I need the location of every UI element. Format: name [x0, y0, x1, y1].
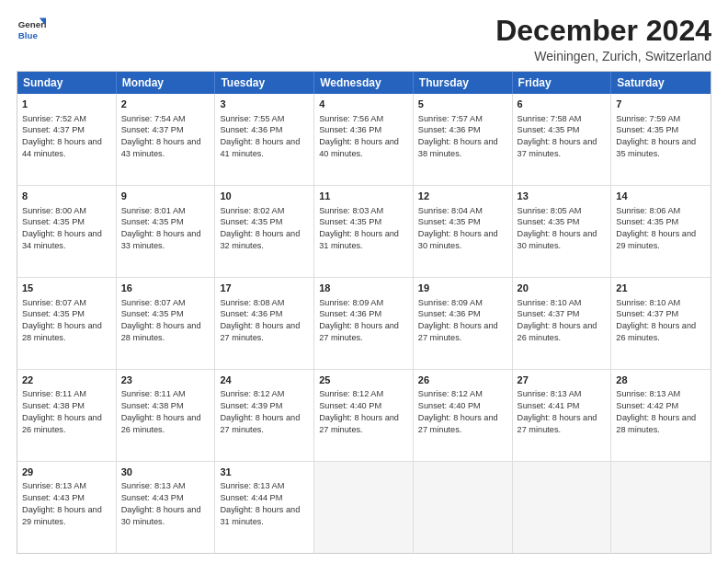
day-number: 10	[220, 190, 309, 203]
day-info: Sunrise: 8:12 AM Sunset: 4:40 PM Dayligh…	[319, 389, 399, 434]
day-info: Sunrise: 8:10 AM Sunset: 4:37 PM Dayligh…	[518, 298, 597, 343]
day-number: 13	[518, 190, 607, 203]
day-info: Sunrise: 8:12 AM Sunset: 4:40 PM Dayligh…	[418, 389, 498, 434]
calendar-header-day: Monday	[117, 72, 216, 94]
day-number: 22	[22, 373, 111, 387]
day-info: Sunrise: 7:59 AM Sunset: 4:35 PM Dayligh…	[616, 114, 696, 159]
day-info: Sunrise: 7:56 AM Sunset: 4:36 PM Dayligh…	[319, 114, 399, 159]
day-info: Sunrise: 8:02 AM Sunset: 4:35 PM Dayligh…	[220, 206, 300, 251]
day-number: 9	[121, 190, 210, 203]
day-info: Sunrise: 8:03 AM Sunset: 4:35 PM Dayligh…	[319, 206, 399, 251]
day-info: Sunrise: 7:58 AM Sunset: 4:35 PM Dayligh…	[518, 114, 597, 159]
day-info: Sunrise: 7:55 AM Sunset: 4:36 PM Dayligh…	[220, 114, 300, 159]
calendar-header-day: Sunday	[17, 72, 117, 94]
day-number: 5	[418, 98, 507, 111]
day-number: 7	[616, 98, 706, 111]
svg-text:Blue: Blue	[18, 30, 39, 40]
calendar-row: 29Sunrise: 8:13 AM Sunset: 4:43 PM Dayli…	[17, 462, 711, 553]
calendar-cell: 11Sunrise: 8:03 AM Sunset: 4:35 PM Dayli…	[314, 186, 414, 277]
day-info: Sunrise: 8:11 AM Sunset: 4:38 PM Dayligh…	[22, 389, 102, 434]
day-number: 27	[518, 373, 607, 387]
day-info: Sunrise: 8:10 AM Sunset: 4:37 PM Dayligh…	[616, 298, 696, 343]
calendar-cell: 4Sunrise: 7:56 AM Sunset: 4:36 PM Daylig…	[314, 94, 414, 185]
calendar-cell: 31Sunrise: 8:13 AM Sunset: 4:44 PM Dayli…	[215, 462, 314, 553]
calendar-cell: 21Sunrise: 8:10 AM Sunset: 4:37 PM Dayli…	[611, 278, 711, 369]
calendar-cell: 30Sunrise: 8:13 AM Sunset: 4:43 PM Dayli…	[117, 462, 216, 553]
calendar-cell: 19Sunrise: 8:09 AM Sunset: 4:36 PM Dayli…	[414, 278, 513, 369]
day-info: Sunrise: 8:07 AM Sunset: 4:35 PM Dayligh…	[121, 298, 201, 343]
day-number: 24	[220, 373, 309, 387]
calendar-header: SundayMondayTuesdayWednesdayThursdayFrid…	[17, 72, 711, 94]
day-info: Sunrise: 8:08 AM Sunset: 4:36 PM Dayligh…	[220, 298, 300, 343]
day-info: Sunrise: 8:13 AM Sunset: 4:43 PM Dayligh…	[121, 481, 201, 526]
day-number: 18	[319, 282, 408, 295]
calendar-cell: 22Sunrise: 8:11 AM Sunset: 4:38 PM Dayli…	[17, 370, 117, 461]
day-info: Sunrise: 7:57 AM Sunset: 4:36 PM Dayligh…	[418, 114, 498, 159]
calendar-cell: 8Sunrise: 8:00 AM Sunset: 4:35 PM Daylig…	[17, 186, 117, 277]
day-number: 28	[616, 373, 706, 387]
day-number: 2	[121, 98, 210, 111]
calendar-row: 8Sunrise: 8:00 AM Sunset: 4:35 PM Daylig…	[17, 186, 711, 278]
day-number: 25	[319, 373, 408, 387]
day-info: Sunrise: 8:12 AM Sunset: 4:39 PM Dayligh…	[220, 389, 300, 434]
calendar-cell: 26Sunrise: 8:12 AM Sunset: 4:40 PM Dayli…	[414, 370, 513, 461]
day-number: 12	[418, 190, 507, 203]
logo-icon: General Blue	[17, 15, 46, 44]
day-number: 14	[616, 190, 706, 203]
day-number: 15	[22, 282, 111, 295]
day-info: Sunrise: 8:00 AM Sunset: 4:35 PM Dayligh…	[22, 206, 102, 251]
calendar-header-day: Saturday	[611, 72, 711, 94]
day-info: Sunrise: 8:11 AM Sunset: 4:38 PM Dayligh…	[121, 389, 201, 434]
calendar-header-day: Thursday	[414, 72, 513, 94]
day-number: 30	[121, 465, 210, 479]
calendar-cell	[513, 462, 612, 553]
day-number: 19	[418, 282, 507, 295]
calendar-cell: 23Sunrise: 8:11 AM Sunset: 4:38 PM Dayli…	[117, 370, 216, 461]
calendar-row: 22Sunrise: 8:11 AM Sunset: 4:38 PM Dayli…	[17, 370, 711, 462]
day-number: 21	[616, 282, 706, 295]
calendar-cell	[611, 462, 711, 553]
day-info: Sunrise: 8:05 AM Sunset: 4:35 PM Dayligh…	[518, 206, 597, 251]
logo: General Blue	[17, 15, 46, 44]
calendar-cell: 7Sunrise: 7:59 AM Sunset: 4:35 PM Daylig…	[611, 94, 711, 185]
calendar-cell: 5Sunrise: 7:57 AM Sunset: 4:36 PM Daylig…	[414, 94, 513, 185]
day-number: 1	[22, 98, 111, 111]
calendar-cell	[414, 462, 513, 553]
calendar-cell: 9Sunrise: 8:01 AM Sunset: 4:35 PM Daylig…	[117, 186, 216, 277]
day-number: 17	[220, 282, 309, 295]
calendar-cell: 6Sunrise: 7:58 AM Sunset: 4:35 PM Daylig…	[513, 94, 612, 185]
calendar-header-day: Friday	[513, 72, 612, 94]
calendar-header-day: Tuesday	[215, 72, 314, 94]
calendar-header-day: Wednesday	[314, 72, 414, 94]
day-number: 8	[22, 190, 111, 203]
calendar-body: 1Sunrise: 7:52 AM Sunset: 4:37 PM Daylig…	[17, 94, 711, 553]
calendar-row: 15Sunrise: 8:07 AM Sunset: 4:35 PM Dayli…	[17, 278, 711, 370]
calendar-cell: 2Sunrise: 7:54 AM Sunset: 4:37 PM Daylig…	[117, 94, 216, 185]
day-info: Sunrise: 7:52 AM Sunset: 4:37 PM Dayligh…	[22, 114, 102, 159]
main-title: December 2024	[495, 15, 711, 47]
day-number: 31	[220, 465, 309, 479]
calendar: SundayMondayTuesdayWednesdayThursdayFrid…	[17, 71, 711, 554]
calendar-cell: 24Sunrise: 8:12 AM Sunset: 4:39 PM Dayli…	[215, 370, 314, 461]
day-info: Sunrise: 8:13 AM Sunset: 4:43 PM Dayligh…	[22, 481, 102, 526]
calendar-cell: 16Sunrise: 8:07 AM Sunset: 4:35 PM Dayli…	[117, 278, 216, 369]
day-number: 16	[121, 282, 210, 295]
day-info: Sunrise: 8:09 AM Sunset: 4:36 PM Dayligh…	[319, 298, 399, 343]
day-info: Sunrise: 8:13 AM Sunset: 4:42 PM Dayligh…	[616, 389, 696, 434]
day-info: Sunrise: 7:54 AM Sunset: 4:37 PM Dayligh…	[121, 114, 201, 159]
calendar-cell: 1Sunrise: 7:52 AM Sunset: 4:37 PM Daylig…	[17, 94, 117, 185]
svg-text:General: General	[18, 19, 46, 29]
day-info: Sunrise: 8:09 AM Sunset: 4:36 PM Dayligh…	[418, 298, 498, 343]
calendar-cell: 13Sunrise: 8:05 AM Sunset: 4:35 PM Dayli…	[513, 186, 612, 277]
day-number: 3	[220, 98, 309, 111]
calendar-cell: 3Sunrise: 7:55 AM Sunset: 4:36 PM Daylig…	[215, 94, 314, 185]
day-info: Sunrise: 8:13 AM Sunset: 4:41 PM Dayligh…	[518, 389, 597, 434]
day-number: 29	[22, 465, 111, 479]
calendar-row: 1Sunrise: 7:52 AM Sunset: 4:37 PM Daylig…	[17, 94, 711, 186]
calendar-cell	[314, 462, 414, 553]
calendar-cell: 18Sunrise: 8:09 AM Sunset: 4:36 PM Dayli…	[314, 278, 414, 369]
calendar-cell: 25Sunrise: 8:12 AM Sunset: 4:40 PM Dayli…	[314, 370, 414, 461]
title-block: December 2024 Weiningen, Zurich, Switzer…	[495, 15, 711, 63]
calendar-cell: 10Sunrise: 8:02 AM Sunset: 4:35 PM Dayli…	[215, 186, 314, 277]
calendar-cell: 12Sunrise: 8:04 AM Sunset: 4:35 PM Dayli…	[414, 186, 513, 277]
